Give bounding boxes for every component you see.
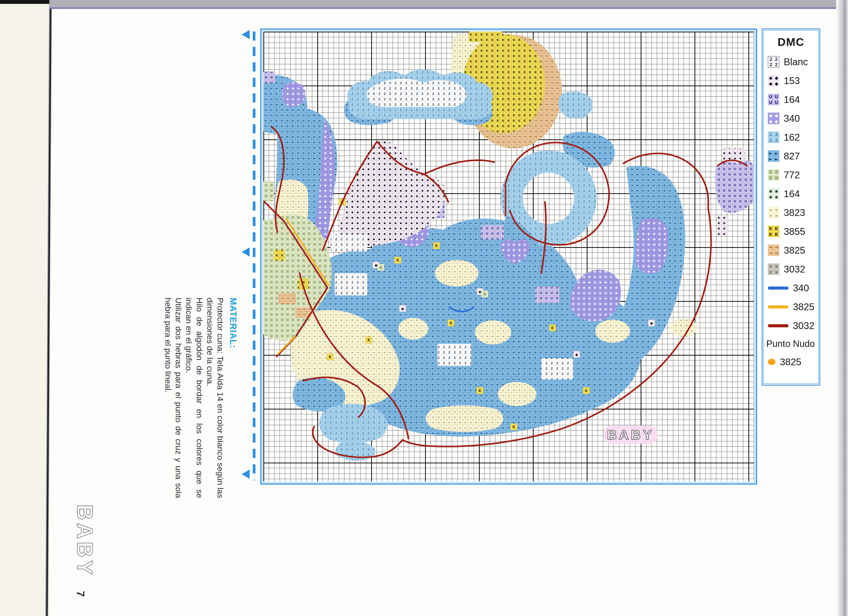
svg-text:K: K bbox=[367, 338, 371, 342]
material-text-block: MATERIAL: Protector cuna: Tela Aida 14 e… bbox=[144, 298, 238, 498]
accent-cell: ☒ bbox=[378, 264, 384, 271]
accent-cell: K bbox=[583, 387, 590, 394]
chart-grid: 2◆U◆⚓►☒▪–K¬×KKKKKKKKKK◆◆◆◆◆☒☒ BABY bbox=[264, 32, 754, 481]
legend-row-blanc: 2222Blanc bbox=[762, 52, 820, 71]
scan-top-strip bbox=[49, 0, 848, 7]
legend-label: 3825 bbox=[780, 357, 801, 367]
svg-text:K: K bbox=[449, 321, 453, 326]
legend-label: 3825 bbox=[784, 245, 805, 256]
region-foot-main bbox=[319, 404, 387, 444]
center-arrow-icon bbox=[242, 30, 250, 39]
legend-row-3825: 3825 bbox=[762, 298, 820, 316]
legend-label: 340 bbox=[793, 283, 809, 293]
legend-label: 772 bbox=[784, 170, 800, 181]
legend-row-3032: ××××3032 bbox=[762, 260, 820, 278]
svg-text:K: K bbox=[396, 258, 399, 263]
region-cream-s1 bbox=[398, 318, 428, 340]
section-label-baby: BABY bbox=[70, 504, 97, 584]
legend-label: 3032 bbox=[784, 264, 805, 275]
region-cream-s2 bbox=[475, 320, 511, 345]
legend-label: 162 bbox=[784, 132, 800, 143]
svg-text:K: K bbox=[435, 244, 438, 248]
legend-swatch-icon: –––– bbox=[768, 207, 779, 218]
legend-label: 3823 bbox=[784, 207, 805, 218]
svg-text:K: K bbox=[479, 389, 482, 393]
accent-cell: K bbox=[477, 387, 483, 394]
region-cloud-right-bit bbox=[559, 92, 593, 119]
svg-text:K: K bbox=[551, 326, 554, 330]
legend-label: 153 bbox=[784, 76, 800, 86]
legend-label: 164 bbox=[784, 94, 800, 105]
legend-label: 3855 bbox=[784, 226, 805, 237]
material-paragraph-1: Protector cuna: Tela Aida 14 en color bl… bbox=[205, 298, 225, 498]
legend-row-164: ▪▪▪▪164 bbox=[762, 184, 820, 203]
accent-cell: K bbox=[433, 242, 440, 249]
legend-swatch-icon: ◆◆◆◆ bbox=[768, 75, 779, 86]
svg-text:K: K bbox=[585, 389, 588, 393]
region-basket-k-1 bbox=[274, 250, 285, 261]
legend-swatch-icon: ×××× bbox=[768, 263, 779, 275]
legend-label: 827 bbox=[784, 151, 800, 161]
region-cream-s4 bbox=[595, 320, 630, 343]
center-dashed-guide bbox=[253, 31, 255, 480]
region-white-patch-1 bbox=[335, 273, 367, 295]
svg-text:☒: ☒ bbox=[483, 292, 486, 296]
region-cream-cheek bbox=[435, 260, 479, 286]
legend-row-3825: ¬¬¬¬3825 bbox=[762, 241, 820, 260]
page-number: 7 bbox=[75, 591, 86, 606]
legend-row-3032: 3032 bbox=[762, 316, 820, 335]
accent-cell: ☒ bbox=[482, 290, 488, 298]
legend-row-340: ◆◆◆◆340 bbox=[762, 109, 820, 128]
svg-text:◆: ◆ bbox=[401, 307, 404, 311]
legend-row-3823: ––––3823 bbox=[762, 203, 820, 222]
accent-cell: K bbox=[510, 424, 517, 430]
legend-swatch-icon: KKKK bbox=[768, 226, 779, 237]
legend-swatch-icon bbox=[768, 324, 789, 327]
region-lavender-2 bbox=[481, 225, 504, 239]
legend: DMC 2222Blanc◆◆◆◆153UUUU164◆◆◆◆340⚓⚓⚓⚓16… bbox=[762, 28, 820, 385]
legend-rows: 2222Blanc◆◆◆◆153UUUU164◆◆◆◆340⚓⚓⚓⚓162►►►… bbox=[762, 52, 820, 371]
cross-stitch-chart: 2◆U◆⚓►☒▪–K¬×KKKKKKKKKK◆◆◆◆◆☒☒ BABY bbox=[260, 28, 757, 484]
backstitch-line bbox=[424, 160, 494, 174]
accent-cell: K bbox=[365, 336, 372, 343]
center-arrow-icon bbox=[242, 469, 250, 479]
region-diamonds-col bbox=[717, 216, 728, 236]
legend-swatch-icon: ►►►► bbox=[768, 150, 779, 162]
region-white-patch-4 bbox=[331, 234, 367, 252]
legend-row-340: 340 bbox=[762, 278, 820, 298]
accent-cell: ◆ bbox=[573, 351, 580, 358]
accent-cell: K bbox=[327, 353, 334, 360]
legend-swatch-icon: ⚓⚓⚓⚓ bbox=[768, 132, 779, 143]
legend-row-3825: 3825 bbox=[762, 352, 820, 371]
legend-label: 164 bbox=[784, 188, 800, 199]
page-top-purple-line bbox=[49, 7, 848, 9]
region-cloud-white bbox=[366, 78, 466, 107]
legend-swatch-icon: ¬¬¬¬ bbox=[768, 244, 779, 256]
accent-cell: K bbox=[448, 320, 454, 326]
region-white-patch-3 bbox=[541, 358, 573, 379]
svg-text:K: K bbox=[329, 355, 332, 359]
previous-page-edge bbox=[0, 0, 49, 616]
material-paragraph-2: Hilo de algodón de bordar en los colores… bbox=[184, 298, 205, 498]
region-basket-tan-1 bbox=[279, 293, 296, 304]
legend-swatch-icon bbox=[768, 305, 789, 308]
accent-cell: K bbox=[549, 324, 556, 331]
legend-swatch-icon: UUUU bbox=[768, 94, 779, 105]
svg-text:◆: ◆ bbox=[650, 321, 653, 326]
legend-row-153: ◆◆◆◆153 bbox=[762, 71, 820, 90]
legend-label: 3825 bbox=[793, 302, 814, 312]
svg-text:◆: ◆ bbox=[575, 352, 578, 357]
legend-row-772: ☒☒☒☒772 bbox=[762, 166, 820, 184]
legend-label: Blanc bbox=[784, 56, 808, 67]
svg-text:K: K bbox=[512, 425, 516, 429]
region-cream-s3 bbox=[498, 382, 537, 406]
svg-text:◆: ◆ bbox=[479, 290, 482, 294]
chart-watermark-baby: BABY bbox=[603, 425, 658, 444]
legend-swatch-icon: ◆◆◆◆ bbox=[768, 113, 779, 124]
region-white-patch-2 bbox=[437, 344, 471, 366]
region-left-wisp-lav bbox=[264, 71, 275, 83]
legend-row-3855: KKKK3855 bbox=[762, 222, 820, 241]
legend-row-162: ⚓⚓⚓⚓162 bbox=[762, 128, 820, 147]
center-arrow-icon bbox=[242, 247, 250, 256]
legend-label: 340 bbox=[784, 113, 800, 124]
